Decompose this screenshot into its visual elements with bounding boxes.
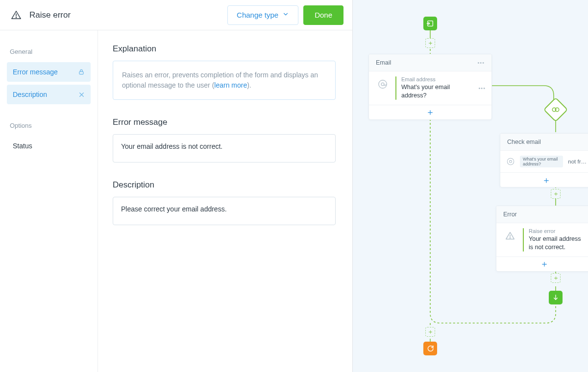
change-type-label: Change type: [237, 11, 278, 19]
sidebar: General Error message Description: [0, 30, 98, 372]
add-row-button[interactable]: ＋: [542, 176, 551, 185]
more-icon[interactable]: •••: [477, 60, 485, 66]
email-card-title: Email: [376, 59, 391, 66]
description-value: Please correct your email address.: [121, 205, 227, 213]
sidebar-group-options: Options: [7, 118, 91, 133]
check-card-title: Check email: [507, 139, 541, 145]
add-step-button[interactable]: ＋: [551, 189, 561, 199]
svg-rect-2: [79, 71, 83, 74]
sidebar-item-label: Error message: [13, 68, 58, 76]
lock-icon: [78, 69, 85, 75]
learn-more-link[interactable]: learn more: [214, 81, 247, 89]
error-message-block: Error message Your email address is not …: [113, 117, 336, 163]
at-icon: [375, 76, 391, 92]
warning-icon: [502, 228, 518, 244]
sidebar-item-description[interactable]: Description: [7, 85, 91, 104]
svg-point-7: [381, 83, 384, 86]
svg-point-13: [510, 238, 510, 238]
decision-node[interactable]: [543, 97, 568, 122]
sidebar-item-error-message[interactable]: Error message: [7, 62, 91, 82]
explanation-title: Explanation: [113, 44, 336, 54]
page-title-text: Raise error: [29, 10, 71, 20]
add-row-button[interactable]: ＋: [426, 108, 435, 116]
svg-point-11: [510, 161, 512, 163]
add-row-button[interactable]: ＋: [540, 259, 549, 268]
sidebar-item-status[interactable]: Status: [7, 136, 91, 156]
chevron-down-icon: [282, 11, 289, 19]
error-row-kicker: Raise error: [529, 228, 587, 234]
description-input[interactable]: Please correct your email address.: [113, 197, 336, 225]
main-content: Explanation Raises an error, prevents co…: [98, 30, 352, 372]
description-block: Description Please correct your email ad…: [113, 180, 336, 225]
explanation-block: Explanation Raises an error, prevents co…: [113, 44, 336, 100]
warning-icon: [11, 10, 22, 21]
done-button[interactable]: Done: [303, 5, 343, 25]
close-icon[interactable]: [78, 92, 85, 98]
error-card-title: Error: [503, 211, 517, 218]
sidebar-item-label: Status: [13, 142, 32, 150]
error-message-input[interactable]: Your email address is not correct.: [113, 134, 336, 163]
end-arrow-node[interactable]: [549, 291, 563, 304]
flow-canvas[interactable]: ＋ Email ••• Email address What's your em…: [353, 0, 588, 372]
sidebar-item-label: Description: [13, 91, 47, 98]
error-row-title: Your email address is not correct.: [529, 235, 587, 252]
change-type-button[interactable]: Change type: [227, 5, 298, 25]
error-message-title: Error message: [113, 117, 336, 127]
done-label: Done: [315, 11, 332, 19]
check-email-node-card[interactable]: Check email What's your email address? n…: [500, 133, 588, 187]
field-chip: What's your email address?: [520, 156, 563, 167]
start-node[interactable]: [423, 17, 437, 30]
email-row-kicker: Email address: [401, 76, 473, 82]
error-node-card[interactable]: Error Raise error Your email address is …: [496, 206, 588, 272]
email-row-title: What's your email address?: [401, 83, 473, 100]
page-title: Raise error: [11, 10, 71, 21]
svg-point-10: [507, 158, 514, 165]
add-step-button[interactable]: ＋: [425, 38, 435, 48]
svg-point-6: [379, 80, 387, 89]
editor-panel: Raise error Change type Done General Err…: [0, 0, 353, 372]
explanation-text: Raises an error, prevents completion of …: [113, 61, 336, 100]
description-title: Description: [113, 180, 336, 190]
more-icon[interactable]: •••: [478, 85, 486, 91]
add-step-button[interactable]: ＋: [425, 327, 435, 337]
sidebar-group-general: General: [7, 44, 91, 59]
explanation-text-b: ).: [247, 81, 251, 89]
add-step-button[interactable]: ＋: [551, 273, 561, 283]
email-node-card[interactable]: Email ••• Email address What's your emai…: [368, 54, 492, 120]
condition-suffix: not fr…: [568, 159, 587, 164]
error-message-value: Your email address is not correct.: [121, 142, 222, 150]
branch-icon: [551, 105, 560, 114]
svg-point-1: [16, 17, 16, 18]
chat-end-node[interactable]: [423, 342, 437, 355]
at-icon: [506, 156, 515, 167]
editor-header: Raise error Change type Done: [0, 0, 352, 30]
